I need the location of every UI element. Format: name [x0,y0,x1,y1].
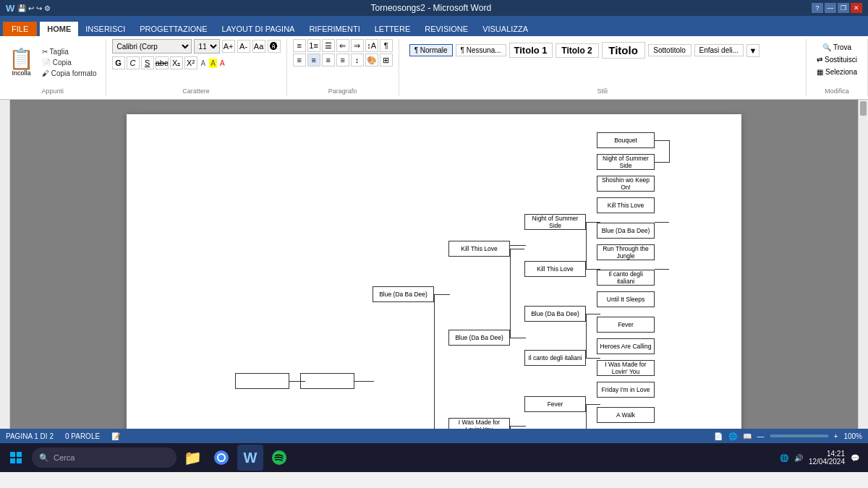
zoom-level: 100% [843,432,862,440]
appunti-label: Appunti [42,87,64,95]
change-case-button[interactable]: Aa [252,40,265,53]
styles-content: ¶ Normale ¶ Nessuna... Titolo 1 Titolo 2… [405,39,764,61]
r2-box-5: Fever [524,396,586,412]
r1-box-13: A Walk [597,407,655,423]
tab-progettazione[interactable]: PROGETTAZIONE [132,22,214,36]
word-icon: W [6,3,14,14]
subscript-button[interactable]: X₂ [170,56,183,69]
line-spacing-button[interactable]: ↕ [351,53,364,67]
bold-button[interactable]: G [112,56,125,69]
minimize-button[interactable]: — [825,3,836,13]
r1-box-1: Bouquet [597,132,655,148]
notification-icon[interactable]: 💬 [851,454,859,462]
strikethrough-button[interactable]: abc [156,56,169,69]
taskbar-spotify[interactable] [266,445,292,471]
increase-indent-button[interactable]: ⇒ [351,39,364,52]
view-read-icon[interactable]: 📖 [743,432,752,440]
ribbon-group-appunti: 📋 Incolla ✂ Taglia 📄 Copia 🖌 Copia forma… [0,39,106,96]
show-marks-button[interactable]: ¶ [380,39,393,52]
chrome-icon [213,449,230,466]
r1-box-11: I Was Made for Lovin' You [597,360,655,376]
proofing-icon[interactable]: 📝 [111,432,120,440]
scroll-thumb [860,101,867,116]
windows-logo-icon [9,451,22,464]
align-center-button[interactable]: ≡ [307,53,320,67]
maximize-button[interactable]: ❐ [838,3,849,13]
sort-button[interactable]: ↕A [365,39,378,52]
close-button[interactable]: ✕ [851,3,862,13]
taskbar-explorer[interactable]: 📁 [179,445,205,471]
justify-button[interactable]: ≡ [336,53,349,67]
left-ruler [0,100,10,429]
style-titolo[interactable]: Titolo [602,42,645,59]
zoom-out-button[interactable]: — [757,432,765,440]
underline-button[interactable]: S [141,56,154,69]
tab-layout[interactable]: LAYOUT DI PAGINA [215,22,302,36]
borders-button[interactable]: ⊞ [380,53,393,67]
tab-home[interactable]: HOME [40,22,78,36]
ribbon-group-paragrafo: ≡ 1≡ ☰ ⇐ ⇒ ↕A ¶ ≡ ≡ ≡ ≡ ↕ 🎨 ⊞ Paragrafo [287,39,399,96]
modifica-label: Modifica [825,87,849,95]
style-sottotitolo[interactable]: Sottotitolo [648,44,692,56]
seleziona-button[interactable]: ▦ Seleziona [812,67,861,77]
copia-formato-button[interactable]: 🖌 Copia formato [39,69,100,78]
multilevel-button[interactable]: ☰ [322,39,335,52]
view-web-icon[interactable]: 🌐 [728,432,737,440]
tab-lettere[interactable]: LETTERE [367,22,418,36]
r2-box-4: Il canto degli italiani [524,350,586,366]
tab-file[interactable]: FILE [3,22,37,36]
taskbar-chrome[interactable] [208,445,234,471]
style-normale[interactable]: ¶ Normale [409,44,453,56]
tab-inserisci[interactable]: INSERISCI [78,22,132,36]
clock: 14:21 12/04/2024 [809,450,845,466]
help-button[interactable]: ? [812,3,823,13]
search-icon: 🔍 [39,453,49,463]
r1-box-3: Shoshin wo Keep On! [597,176,655,192]
styles-more-button[interactable]: ▼ [746,44,760,57]
superscript-button[interactable]: X² [184,56,197,69]
tab-visualizza[interactable]: VISUALIZZA [475,22,535,36]
zoom-bar[interactable] [770,435,828,437]
clear-format-button[interactable]: 🅐 [268,40,281,53]
taskbar-search-box[interactable]: 🔍 Cerca [32,448,176,468]
italic-button[interactable]: C [127,56,140,69]
style-titolo2[interactable]: Titolo 2 [556,43,599,58]
document-page: Bouquet Night of Summer Side Shoshin wo … [127,114,741,429]
numbering-button[interactable]: 1≡ [307,39,320,52]
trova-button[interactable]: 🔍 Trova [818,42,856,53]
r1-box-10: Heroes Are Calling [597,338,655,354]
paragrafo-label: Paragrafo [328,87,357,95]
sound-icon: 🔊 [794,454,803,462]
style-nessuna[interactable]: ¶ Nessuna... [456,44,506,56]
incolla-button[interactable]: 📋 Incolla [6,48,37,78]
r4-box-1: Blue (Da Ba Dee) [373,286,434,302]
view-print-icon[interactable]: 📄 [714,432,723,440]
font-grow-button[interactable]: A+ [222,40,235,53]
decrease-indent-button[interactable]: ⇐ [336,39,349,52]
start-button[interactable] [3,445,29,471]
zoom-in-button[interactable]: + [834,432,838,440]
style-titolo1[interactable]: Titolo 1 [509,43,553,58]
tab-revisione[interactable]: REVISIONE [417,22,475,36]
sostituisci-button[interactable]: ⇄ Sostituisci [812,54,861,65]
bullets-button[interactable]: ≡ [293,39,306,52]
svg-rect-2 [10,458,15,463]
doc-scroll[interactable]: Bouquet Night of Summer Side Shoshin wo … [10,100,858,429]
align-right-button[interactable]: ≡ [322,53,335,67]
status-bar: PAGINA 1 DI 2 0 PAROLE 📝 📄 🌐 📖 — + 100% [0,429,868,443]
taskbar-right: 🌐 🔊 14:21 12/04/2024 💬 [780,450,865,466]
shading-button[interactable]: 🎨 [365,53,378,67]
tab-riferimenti[interactable]: RIFERIMENTI [302,22,367,36]
font-size-select[interactable]: 11 [194,39,220,53]
paste-icon: 📋 [9,49,34,69]
copia-button[interactable]: 📄 Copia [39,58,100,67]
taskbar: 🔍 Cerca 📁 W 🌐 🔊 14:21 12/04/2024 💬 [0,443,868,472]
right-scrollbar[interactable] [858,100,868,429]
taglia-button[interactable]: ✂ Taglia [39,47,100,56]
font-family-select[interactable]: Calibri (Corp [112,39,192,53]
style-enfasi[interactable]: Enfasi deli... [694,44,744,56]
svg-point-7 [272,450,286,465]
align-left-button[interactable]: ≡ [293,53,306,67]
font-shrink-button[interactable]: A- [237,40,250,53]
taskbar-word[interactable]: W [237,445,263,471]
